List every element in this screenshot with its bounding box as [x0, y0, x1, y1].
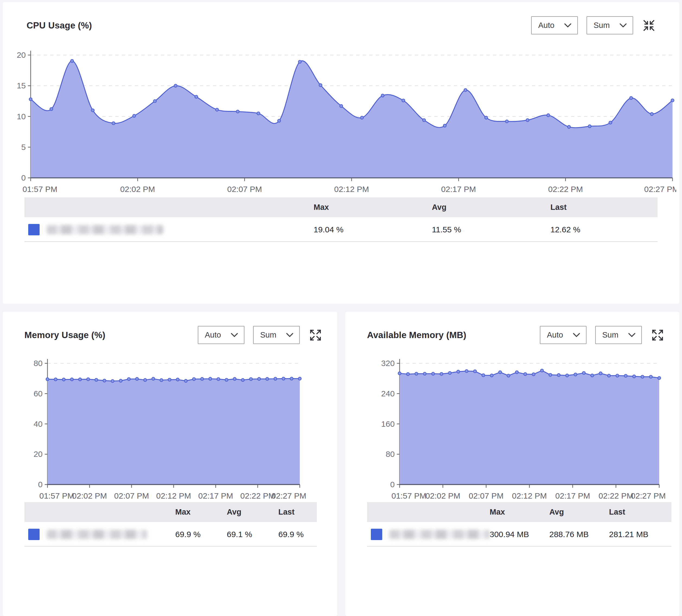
cpu-stats-table: Max Avg Last 19.04 % 11.55 % 12.62 % [24, 197, 658, 242]
memory-usage-chart[interactable]: 02040608001:57 PM02:02 PM02:07 PM02:12 P… [18, 353, 327, 510]
svg-text:02:07 PM: 02:07 PM [469, 491, 503, 500]
svg-text:5: 5 [21, 143, 26, 151]
aggregation-select[interactable]: Sum [253, 326, 300, 344]
available-memory-stats-table: Max Avg Last 300.94 MB 288.76 MB 281.21 … [367, 502, 672, 547]
col-header-max: Max [314, 203, 432, 212]
svg-text:10: 10 [17, 112, 26, 121]
col-header-avg: Avg [227, 507, 278, 517]
col-header-last: Last [609, 507, 672, 517]
series-legend-cell [24, 529, 175, 540]
svg-text:02:12 PM: 02:12 PM [156, 491, 191, 500]
svg-text:0: 0 [38, 480, 43, 489]
series-color-swatch [28, 529, 40, 540]
expand-icon [309, 329, 322, 341]
svg-text:0: 0 [390, 480, 395, 489]
table-header-row: Max Avg Last [367, 502, 672, 523]
panel-title: Available Memory (MB) [367, 330, 466, 340]
stat-max-value: 300.94 MB [490, 530, 549, 539]
col-header-max: Max [175, 507, 227, 517]
aggregation-select-value: Sum [602, 331, 618, 339]
svg-text:02:27 PM: 02:27 PM [644, 185, 676, 194]
series-name-redacted [47, 225, 163, 234]
stat-last-value: 12.62 % [550, 225, 658, 234]
interval-select-value: Auto [547, 331, 563, 339]
svg-text:0: 0 [21, 173, 26, 182]
expand-button[interactable] [651, 329, 664, 341]
svg-text:160: 160 [381, 420, 395, 428]
cpu-usage-panel: CPU Usage (%) Auto Sum [3, 2, 679, 304]
stat-max-value: 69.9 % [175, 530, 227, 539]
svg-text:01:57 PM: 01:57 PM [23, 185, 57, 194]
expand-button[interactable] [309, 329, 322, 341]
interval-select[interactable]: Auto [531, 16, 578, 34]
svg-text:02:02 PM: 02:02 PM [72, 491, 107, 500]
table-row[interactable]: 69.9 % 69.1 % 69.9 % [24, 523, 317, 546]
series-color-swatch [28, 224, 40, 235]
interval-select-value: Auto [205, 331, 221, 339]
svg-text:20: 20 [17, 50, 26, 60]
panel-title: Memory Usage (%) [24, 330, 105, 340]
chevron-down-icon [573, 333, 580, 337]
svg-text:20: 20 [33, 450, 43, 458]
available-memory-chart[interactable]: 08016024032001:57 PM02:02 PM02:07 PM02:1… [360, 353, 675, 510]
collapse-button[interactable] [642, 19, 655, 32]
table-header-row: Max Avg Last [24, 197, 658, 218]
series-legend-cell [24, 224, 314, 235]
series-color-swatch [371, 529, 382, 540]
interval-select-value: Auto [538, 21, 554, 30]
col-header-avg: Avg [549, 507, 609, 517]
stat-last-value: 69.9 % [278, 530, 317, 539]
svg-text:02:22 PM: 02:22 PM [240, 491, 275, 500]
svg-text:02:02 PM: 02:02 PM [120, 185, 155, 194]
col-header-avg: Avg [432, 203, 550, 212]
table-row[interactable]: 19.04 % 11.55 % 12.62 % [24, 218, 658, 241]
page-title: CPU Usage (%) [27, 20, 92, 31]
aggregation-select-value: Sum [594, 21, 610, 30]
expand-icon [651, 329, 664, 341]
cpu-usage-chart[interactable]: 0510152001:57 PM02:02 PM02:07 PM02:12 PM… [13, 43, 676, 196]
svg-text:80: 80 [386, 450, 395, 458]
svg-text:02:22 PM: 02:22 PM [548, 185, 583, 194]
series-name-redacted [389, 530, 490, 539]
collapse-icon [643, 19, 655, 32]
chevron-down-icon [286, 333, 293, 337]
svg-text:01:57 PM: 01:57 PM [391, 491, 426, 500]
memory-usage-panel: Memory Usage (%) Auto Sum [3, 312, 337, 616]
chevron-down-icon [620, 23, 627, 28]
chevron-down-icon [231, 333, 238, 337]
aggregation-select[interactable]: Sum [595, 326, 642, 344]
svg-text:02:07 PM: 02:07 PM [114, 491, 149, 500]
svg-text:02:27 PM: 02:27 PM [631, 491, 666, 500]
svg-text:02:17 PM: 02:17 PM [441, 185, 476, 194]
stat-avg-value: 288.76 MB [549, 530, 609, 539]
col-header-last: Last [278, 507, 317, 517]
interval-select[interactable]: Auto [198, 326, 245, 344]
svg-text:02:02 PM: 02:02 PM [425, 491, 460, 500]
svg-text:02:17 PM: 02:17 PM [555, 491, 590, 500]
svg-text:240: 240 [381, 389, 395, 398]
series-legend-cell [367, 529, 490, 540]
memory-panel-header: Memory Usage (%) Auto Sum [3, 312, 337, 344]
svg-text:02:07 PM: 02:07 PM [227, 185, 262, 194]
table-row[interactable]: 300.94 MB 288.76 MB 281.21 MB [367, 523, 672, 546]
chevron-down-icon [628, 333, 635, 337]
memory-panel-controls: Auto Sum [198, 326, 322, 344]
chevron-down-icon [564, 23, 571, 28]
svg-text:320: 320 [381, 359, 395, 368]
stat-avg-value: 11.55 % [432, 225, 550, 234]
svg-text:60: 60 [33, 389, 43, 398]
stat-max-value: 19.04 % [314, 225, 432, 234]
col-header-last: Last [550, 203, 658, 212]
interval-select[interactable]: Auto [540, 326, 587, 344]
cpu-panel-controls: Auto Sum [531, 16, 655, 34]
col-header-max: Max [490, 507, 549, 517]
series-name-redacted [47, 530, 147, 539]
available-memory-panel: Available Memory (MB) Auto Sum [345, 312, 679, 616]
svg-text:01:57 PM: 01:57 PM [39, 491, 74, 500]
svg-text:02:17 PM: 02:17 PM [198, 491, 233, 500]
svg-text:40: 40 [33, 420, 43, 428]
cpu-panel-header: CPU Usage (%) Auto Sum [3, 2, 679, 34]
memory-stats-table: Max Avg Last 69.9 % 69.1 % 69.9 % [24, 502, 317, 547]
aggregation-select[interactable]: Sum [587, 16, 633, 34]
aggregation-select-value: Sum [260, 331, 276, 339]
